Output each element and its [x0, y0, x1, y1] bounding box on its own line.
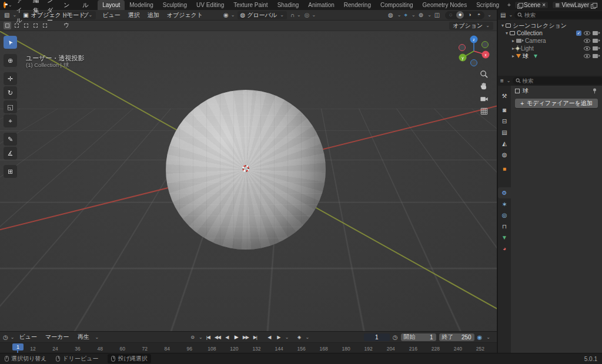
- tab-world[interactable]: ◍: [498, 149, 511, 160]
- move-tool[interactable]: ✛: [4, 72, 17, 85]
- tab-tool[interactable]: ⚒: [498, 90, 511, 102]
- options-dropdown[interactable]: オプション ⌄: [449, 22, 493, 30]
- ortho-toggle-button[interactable]: [477, 105, 490, 117]
- pin-icon[interactable]: [591, 87, 598, 95]
- proportional-caret-icon[interactable]: ⌄: [312, 12, 316, 18]
- viewlayer-selector[interactable]: ≣ ViewLayer: [552, 1, 598, 9]
- transform-tool[interactable]: ⌖: [4, 114, 17, 127]
- camera-view-button[interactable]: [477, 92, 490, 105]
- orientation-dropdown[interactable]: ◍ グローバル ⌄: [238, 11, 287, 19]
- playhead[interactable]: 1: [12, 343, 24, 350]
- workspace-tab-animation[interactable]: Animation: [303, 0, 339, 10]
- shading-solid-icon[interactable]: ●: [456, 11, 464, 19]
- playback-caret-icon[interactable]: ⌄: [95, 335, 99, 340]
- menu-window[interactable]: ウィンドウ: [59, 0, 78, 30]
- collection-expand-icon[interactable]: ▾: [506, 31, 508, 36]
- keying-set-button[interactable]: ◈: [295, 335, 303, 340]
- new-viewlayer-icon[interactable]: [591, 3, 596, 8]
- blender-menu-caret-icon[interactable]: ⌄: [8, 2, 12, 8]
- add-workspace-button[interactable]: +: [504, 0, 514, 10]
- zoom-button[interactable]: [477, 68, 490, 80]
- outliner-row-sphere[interactable]: ▸ 球: [498, 52, 602, 60]
- workspace-tab-sculpting[interactable]: Sculpting: [158, 0, 192, 10]
- select-box-tool[interactable]: ➤: [4, 36, 17, 49]
- editor-type-3d-viewport-icon[interactable]: ▧: [3, 12, 11, 18]
- editor-type-outliner-icon[interactable]: ▤: [500, 12, 506, 18]
- xray-toggle-icon[interactable]: ◫: [433, 12, 441, 18]
- workspace-tab-geometry-nodes[interactable]: Geometry Nodes: [418, 0, 472, 10]
- tab-scene[interactable]: ◭: [498, 138, 511, 149]
- pan-hand-button[interactable]: [477, 80, 490, 93]
- workspace-tab-compositing[interactable]: Compositing: [376, 0, 418, 10]
- visibility-caret-icon[interactable]: ⌄: [397, 12, 402, 18]
- select-mode-set-icon[interactable]: [4, 22, 11, 29]
- auto-keying-button[interactable]: ⊙: [188, 335, 196, 340]
- auto-keying-caret-icon[interactable]: ⌄: [199, 335, 203, 340]
- menu-select[interactable]: 選択: [125, 11, 143, 19]
- tab-material[interactable]: ◕: [498, 243, 511, 254]
- timeline-menu-marker[interactable]: マーカー: [42, 333, 72, 341]
- menu-help[interactable]: ヘルプ: [78, 0, 93, 20]
- annotate-tool[interactable]: ✎: [4, 133, 17, 146]
- scale-tool[interactable]: ◱: [4, 100, 17, 113]
- gizmo-caret-icon[interactable]: ⌄: [412, 12, 416, 18]
- workspace-tab-uv-editing[interactable]: UV Editing: [192, 0, 229, 10]
- frame-start-field[interactable]: 開始 1: [401, 333, 436, 341]
- workspace-tab-scripting[interactable]: Scripting: [471, 0, 504, 10]
- collection-hide-eye-icon[interactable]: [584, 31, 590, 35]
- add-cube-tool[interactable]: ⊞: [4, 165, 17, 178]
- scene-selector[interactable]: Scene ×: [514, 1, 549, 9]
- tab-data[interactable]: ▼: [498, 232, 511, 243]
- use-preview-range-icon[interactable]: ◷: [393, 334, 398, 341]
- timeline-sync-caret-icon[interactable]: ⌄: [486, 335, 490, 340]
- editor-type-properties-icon[interactable]: ≡: [500, 77, 504, 84]
- timeline-sync-icon[interactable]: ◉: [477, 334, 483, 341]
- light-render-camera-icon[interactable]: [593, 46, 598, 50]
- tab-modifiers[interactable]: ⚙: [498, 187, 511, 198]
- show-gizmo-icon[interactable]: ⌖: [403, 12, 409, 19]
- select-mode-invert-icon[interactable]: [32, 22, 39, 29]
- prev-frame-button[interactable]: ◀: [265, 335, 273, 340]
- outliner-row-scene-collection[interactable]: ▾ シーンコレクション: [498, 22, 602, 29]
- pivot-point-icon[interactable]: ◉: [222, 12, 230, 18]
- current-frame-field[interactable]: 1: [364, 333, 390, 341]
- workspace-tab-modeling[interactable]: Modeling: [125, 0, 158, 10]
- timeline-editor-caret-icon[interactable]: ⌄: [11, 335, 15, 340]
- workspace-tab-rendering[interactable]: Rendering: [339, 0, 376, 10]
- outliner-row-camera[interactable]: ▸ Camera: [498, 37, 602, 45]
- previous-keyframe-button[interactable]: ◀◀: [213, 335, 222, 340]
- proportional-editing-icon[interactable]: ◎: [303, 12, 311, 18]
- camera-hide-eye-icon[interactable]: [584, 39, 590, 43]
- cursor-tool[interactable]: ⊕: [4, 54, 17, 67]
- next-keyframe-button[interactable]: ▶▶: [242, 335, 250, 340]
- show-overlays-icon[interactable]: ⊚: [417, 12, 424, 18]
- outliner-search-input[interactable]: [524, 12, 602, 18]
- add-modifier-button[interactable]: + モディファイアーを追加: [515, 99, 598, 108]
- light-expand-icon[interactable]: ▸: [512, 46, 514, 51]
- visibility-icon[interactable]: ◍: [387, 12, 394, 18]
- menu-edit[interactable]: 編集: [29, 0, 43, 15]
- shading-material-icon[interactable]: ◑: [466, 11, 473, 19]
- measure-tool[interactable]: ∡: [4, 147, 17, 160]
- properties-search-input[interactable]: [523, 77, 600, 84]
- sphere-expand-icon[interactable]: ▸: [512, 53, 514, 59]
- light-hide-eye-icon[interactable]: [584, 46, 590, 50]
- next-frame-button[interactable]: ▶: [275, 335, 283, 340]
- menu-render[interactable]: レンダー: [43, 0, 59, 25]
- outliner-editor-caret-icon[interactable]: ⌄: [509, 12, 513, 18]
- timeline-menu-playback[interactable]: 再生: [73, 333, 92, 341]
- timeline-ruler[interactable]: 1224364860728496108120132144156168180192…: [0, 342, 497, 353]
- viewport-3d[interactable]: オプション ⌄ ユーザー・透視投影 (1) Collection | 球 ➤ ⊕…: [0, 21, 497, 331]
- collection-checkbox[interactable]: ✓: [576, 31, 581, 36]
- camera-render-camera-icon[interactable]: [593, 39, 598, 43]
- overlays-caret-icon[interactable]: ⌄: [427, 12, 432, 18]
- scene-unlink-icon[interactable]: ×: [542, 2, 546, 8]
- scene-collection-expand-icon[interactable]: ▾: [501, 23, 504, 28]
- jump-to-start-button[interactable]: |◀: [204, 335, 212, 340]
- timeline-menu-view[interactable]: ビュー: [15, 333, 40, 341]
- camera-expand-icon[interactable]: ▸: [512, 38, 514, 43]
- tab-object[interactable]: ■: [498, 163, 511, 174]
- workspace-tab-texture-paint[interactable]: Texture Paint: [229, 0, 272, 10]
- outliner-search[interactable]: [514, 11, 602, 19]
- menu-add[interactable]: 追加: [144, 11, 163, 19]
